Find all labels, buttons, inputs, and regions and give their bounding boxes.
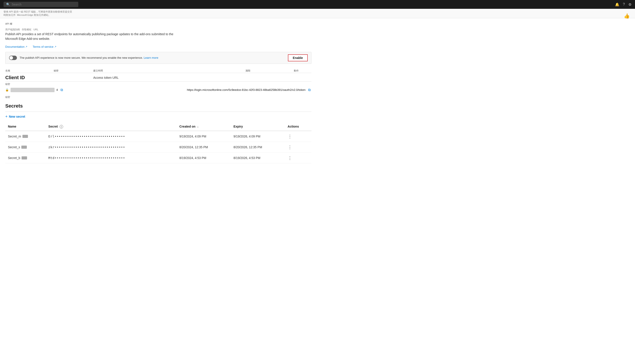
col-secret-label: 秘密 [54,69,93,72]
credentials-header-row: 名稱 秘密 建立時間 滿期 動作 [5,68,312,73]
secrets-table: Name Secret i Created on ↓ Expiry Action… [5,122,312,164]
top-bar-icon-group: 🔔 ? ⚙ [615,2,632,6]
secret-sub-label: 秘密 [5,82,312,86]
name-tag [22,135,28,138]
secrets-table-header: Name Secret i Created on ↓ Expiry Action… [5,122,312,131]
secrets-table-header-row: Name Secret i Created on ↓ Expiry Action… [5,122,312,131]
col-name-header: Name [5,122,46,131]
help-icon[interactable]: ? [623,2,625,6]
actions-cell[interactable]: ⋮ [285,131,312,142]
top-navigation-bar: 🔍 🔔 ? ⚙ [0,0,635,9]
description-zh-links: 用戶端識別碼 存取權杖 URL [5,28,186,32]
toggle-switch[interactable] [9,56,17,60]
expiry-cell: 8/19/2026, 4:53 PM [231,153,285,164]
secret-name-cell: Secret_b [5,153,46,164]
thumbs-up-icon[interactable]: 👍 [624,13,630,19]
sort-arrow-icon[interactable]: ↓ [197,125,198,128]
col-created-label: 建立時間 [93,69,246,72]
api-notice-zh-title: 發佈 API 提供一組 REST 端點，可將套件更新自動發佈至提交至 [4,10,72,14]
actions-menu-icon[interactable]: ⋮ [288,134,292,139]
copy-client-id-button[interactable]: ⧉ [60,88,64,92]
notifications-icon[interactable]: 🔔 [615,2,620,6]
external-link-icon: ↗ [25,45,27,48]
col-actions-label: 動作 [294,69,312,72]
client-secret-row: 🔒 4 ⧉ https://login.microsoftonline.com/… [5,86,312,94]
copy-access-token-button[interactable]: ⧉ [307,88,312,92]
actions-cell[interactable]: ⋮ [285,142,312,153]
secret-name-cell: Secret_s [5,142,46,153]
col-created-header: Created on ↓ [177,122,231,131]
expiry-cell: 8/20/2026, 12:35 PM [231,142,285,153]
col-actions-header: Actions [285,122,312,131]
col-expiry-header: Expiry [231,122,285,131]
secrets-divider [5,112,312,112]
main-content: API 權 用戶端識別碼 存取權杖 URL Publish API provid… [0,18,317,167]
search-input[interactable] [12,3,76,6]
api-notice-zh-subtitle: 時附加元件 Microsoft Edge 附加元件網站。 [4,14,72,17]
search-box[interactable]: 🔍 [4,2,78,7]
learn-more-link[interactable]: Learn more [144,56,158,60]
secret-name-cell: Secret_m [5,131,46,142]
secret-value-cell: zkr•••••••••••••••••••••••••••••••••• [46,142,177,153]
actions-cell[interactable]: ⋮ [285,153,312,164]
api-description: 用戶端識別碼 存取權杖 URL Publish API provides a s… [5,26,186,43]
settings-gear-icon[interactable]: ⚙ [628,2,632,6]
secret-value-cell: Erl•••••••••••••••••••••••••••••••••• [46,131,177,142]
security-banner-text: The publish API experience is now more s… [20,56,285,60]
expiry-cell: 9/19/2026, 4:09 PM [231,131,285,142]
name-tag [22,156,27,160]
created-on-cell: 8/20/2024, 12:35 PM [177,142,231,153]
table-row: Secret_b Mtd••••••••••••••••••••••••••••… [5,153,312,164]
actions-menu-icon[interactable]: ⋮ [288,145,292,150]
new-secret-button[interactable]: + New secret [5,114,25,119]
table-row: Secret_m Erl••••••••••••••••••••••••••••… [5,131,312,142]
api-section-label: API 權 [5,22,312,26]
client-id-suffix: 4 [56,88,58,92]
documentation-link[interactable]: Documentation ↗ [5,45,27,48]
links-row: Documentation ↗ Terms of service ↗ [5,45,312,48]
secrets-title: Secrets [5,103,312,109]
actions-menu-icon[interactable]: ⋮ [288,156,292,160]
access-token-url-label: Access token URL [93,76,246,80]
description-text: Publish API provides a set of REST endpo… [5,32,186,41]
col-secret-header: Secret i [46,122,177,131]
secret-value-cell: Mtd•••••••••••••••••••••••••••••••••• [46,153,177,164]
secrets-section: Secrets + New secret Name Secret i Creat… [5,103,312,164]
terms-of-service-link[interactable]: Terms of service ↗ [32,45,56,48]
table-row: Secret_s zkr••••••••••••••••••••••••••••… [5,142,312,153]
plus-icon: + [5,114,8,119]
security-banner: The publish API experience is now more s… [5,52,312,64]
col-expiry-label: 滿期 [246,69,294,72]
client-id-masked [10,88,54,92]
enable-button[interactable]: Enable [288,54,308,61]
created-on-cell: 9/19/2024, 4:09 PM [177,131,231,142]
created-on-cell: 8/19/2024, 4:53 PM [177,153,231,164]
lock-icon: 🔒 [5,88,9,92]
client-id-label: Client ID [5,75,54,80]
api-notice-text: 發佈 API 提供一組 REST 端點，可將套件更新自動發佈至提交至 時附加元件… [4,10,72,17]
secrets-table-body: Secret_m Erl••••••••••••••••••••••••••••… [5,131,312,164]
col-name-label: 名稱 [5,69,54,72]
external-link-icon-2: ↗ [54,45,56,48]
client-secret-bottom-label: 秘密 [5,96,312,99]
name-tag [21,146,27,149]
search-icon: 🔍 [6,3,10,6]
secret-info-icon[interactable]: i [60,125,63,128]
api-notice-banner: 發佈 API 提供一組 REST 端點，可將套件更新自動發佈至提交至 時附加元件… [0,9,635,18]
credentials-main-row: Client ID Access token URL [5,74,312,82]
access-token-url-value: https://login.microsoftonline.com/5c9eed… [187,88,306,92]
